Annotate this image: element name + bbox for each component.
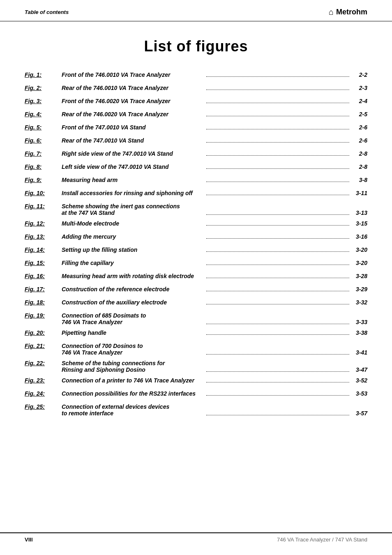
fig-label[interactable]: Fig. 6: [25, 137, 62, 144]
fig-label[interactable]: Fig. 13: [25, 233, 62, 240]
fig-desc: Left side view of the 747.0010 VA Stand [62, 164, 205, 170]
fig-label[interactable]: Fig. 17: [25, 286, 62, 292]
fig-label[interactable]: Fig. 21: [25, 343, 62, 349]
fig-desc: Connection of a printer to 746 VA Trace … [62, 377, 205, 384]
fig-desc-wrap: Install accessories for rinsing and siph… [62, 190, 367, 196]
fig-label[interactable]: Fig. 25: [25, 403, 62, 410]
fig-label[interactable]: Fig. 1: [25, 71, 62, 78]
fig-desc-wrap: Measuring head arm 3-8 [62, 177, 367, 183]
figure-row[interactable]: Fig. 16: Measuring head arm with rotatin… [25, 273, 367, 283]
figure-row[interactable]: Fig. 12: Multi-Mode electrode 3-15 [25, 220, 367, 230]
fig-desc-wrap: Front of the 747.0010 VA Stand 2-6 [62, 124, 367, 131]
figure-row[interactable]: Fig. 6: Rear of the 747.0010 VA Stand 2-… [25, 137, 367, 147]
figure-row[interactable]: Fig. 25: Connection of external devices … [25, 403, 367, 417]
fig-desc-line1: Scheme showing the inert gas connections [62, 203, 367, 210]
fig-page: 3-16 [351, 233, 367, 240]
fig-page: 3-20 [351, 260, 367, 266]
figure-row[interactable]: Fig. 24: Connection possibilities for th… [25, 390, 367, 400]
fig-dots [206, 182, 349, 182]
fig-label[interactable]: Fig. 4: [25, 111, 62, 117]
fig-page: 3-38 [351, 329, 367, 336]
fig-dots [206, 214, 349, 215]
header-toc-label: Table of contents [25, 9, 69, 15]
fig-dots [206, 324, 349, 324]
figure-row[interactable]: Fig. 2: Rear of the 746.0010 VA Trace An… [25, 85, 367, 94]
fig-label[interactable]: Fig. 14: [25, 246, 62, 253]
fig-label[interactable]: Fig. 15: [25, 260, 62, 266]
footer-product-name: 746 VA Trace Analyzer / 747 VA Stand [277, 537, 367, 543]
figure-row[interactable]: Fig. 3: Front of the 746.0020 VA Trace A… [25, 98, 367, 108]
figure-row[interactable]: Fig. 20: Pipetting handle 3-38 [25, 329, 367, 339]
fig-desc-wrap: Multi-Mode electrode 3-15 [62, 220, 367, 227]
fig-desc: Construction of the reference electrode [62, 286, 205, 292]
fig-desc-multiline: Connection of 685 Dosimats to 746 VA Tra… [62, 312, 367, 325]
fig-page: 2-3 [351, 85, 367, 91]
fig-desc-wrap: Connection of a printer to 746 VA Trace … [62, 377, 367, 384]
fig-desc-line2-wrap: Rinsing and Siphoning Dosino 3-47 [62, 366, 367, 373]
fig-desc-wrap: Rear of the 747.0010 VA Stand 2-6 [62, 137, 367, 144]
figure-row[interactable]: Fig. 17: Construction of the reference e… [25, 286, 367, 296]
fig-desc-wrap: Measuring head arm with rotating disk el… [62, 273, 367, 279]
fig-dots [206, 251, 349, 252]
fig-page: 3-33 [351, 319, 367, 325]
fig-desc-line1: Connection of 700 Dosinos to [62, 343, 367, 349]
fig-dots [206, 304, 349, 304]
fig-label[interactable]: Fig. 22: [25, 360, 62, 366]
fig-label[interactable]: Fig. 11: [25, 203, 62, 210]
fig-desc-multiline: Scheme of the tubing connections for Rin… [62, 360, 367, 373]
header-logo: ⌂ Metrohm [329, 7, 367, 17]
figure-row[interactable]: Fig. 22: Scheme of the tubing connection… [25, 360, 367, 373]
fig-label[interactable]: Fig. 12: [25, 220, 62, 227]
fig-dots [206, 334, 349, 335]
fig-label[interactable]: Fig. 9: [25, 177, 62, 183]
fig-dots [206, 265, 349, 265]
fig-desc-line2: Rinsing and Siphoning Dosino [62, 366, 205, 373]
figure-row[interactable]: Fig. 18: Construction of the auxiliary e… [25, 299, 367, 309]
fig-desc-line2-wrap: to remote interface 3-57 [62, 410, 367, 417]
figure-row[interactable]: Fig. 14: Setting up the filling station … [25, 246, 367, 256]
figure-row[interactable]: Fig. 4: Rear of the 746.0020 VA Trace An… [25, 111, 367, 121]
fig-label[interactable]: Fig. 23: [25, 377, 62, 384]
figure-row[interactable]: Fig. 15: Filling the capillary 3-20 [25, 260, 367, 269]
fig-label[interactable]: Fig. 19: [25, 312, 62, 319]
figure-row[interactable]: Fig. 8: Left side view of the 747.0010 V… [25, 164, 367, 173]
fig-label[interactable]: Fig. 2: [25, 85, 62, 91]
fig-label[interactable]: Fig. 10: [25, 190, 62, 196]
figure-row[interactable]: Fig. 9: Measuring head arm 3-8 [25, 177, 367, 187]
figure-row[interactable]: Fig. 19: Connection of 685 Dosimats to 7… [25, 312, 367, 325]
fig-desc-wrap: Connection possibilities for the RS232 i… [62, 390, 367, 397]
fig-desc-line2-wrap: 746 VA Trace Analyzer 3-41 [62, 349, 367, 356]
fig-label[interactable]: Fig. 7: [25, 150, 62, 157]
fig-label[interactable]: Fig. 20: [25, 329, 62, 336]
fig-dots [206, 354, 349, 355]
fig-dots [206, 103, 349, 103]
fig-desc: Front of the 746.0010 VA Trace Analyzer [62, 71, 205, 78]
fig-desc-wrap: Construction of the reference electrode … [62, 286, 367, 292]
fig-page: 2-4 [351, 98, 367, 104]
figure-row[interactable]: Fig. 7: Right side view of the 747.0010 … [25, 150, 367, 160]
figure-row[interactable]: Fig. 1: Front of the 746.0010 VA Trace A… [25, 71, 367, 81]
figure-row[interactable]: Fig. 5: Front of the 747.0010 VA Stand 2… [25, 124, 367, 134]
fig-page: 2-6 [351, 137, 367, 144]
fig-desc: Rear of the 747.0010 VA Stand [62, 137, 205, 144]
fig-label[interactable]: Fig. 24: [25, 390, 62, 397]
fig-desc-wrap: Setting up the filling station 3-20 [62, 246, 367, 253]
fig-dots [206, 278, 349, 278]
fig-desc: Setting up the filling station [62, 246, 205, 253]
fig-label[interactable]: Fig. 18: [25, 299, 62, 306]
fig-page: 3-8 [351, 177, 367, 183]
figure-row[interactable]: Fig. 10: Install accessories for rinsing… [25, 190, 367, 200]
figure-row[interactable]: Fig. 23: Connection of a printer to 746 … [25, 377, 367, 387]
fig-desc: Filling the capillary [62, 260, 205, 266]
fig-label[interactable]: Fig. 5: [25, 124, 62, 131]
fig-page: 3-15 [351, 220, 367, 227]
figure-row[interactable]: Fig. 13: Adding the mercury 3-16 [25, 233, 367, 243]
fig-dots [206, 116, 349, 116]
fig-label[interactable]: Fig. 3: [25, 98, 62, 104]
fig-label[interactable]: Fig. 16: [25, 273, 62, 279]
figure-row[interactable]: Fig. 11: Scheme showing the inert gas co… [25, 203, 367, 216]
fig-desc-wrap: Front of the 746.0010 VA Trace Analyzer … [62, 71, 367, 78]
fig-label[interactable]: Fig. 8: [25, 164, 62, 170]
figure-row[interactable]: Fig. 21: Connection of 700 Dosinos to 74… [25, 343, 367, 356]
fig-desc-wrap: Construction of the auxiliary electrode … [62, 299, 367, 306]
